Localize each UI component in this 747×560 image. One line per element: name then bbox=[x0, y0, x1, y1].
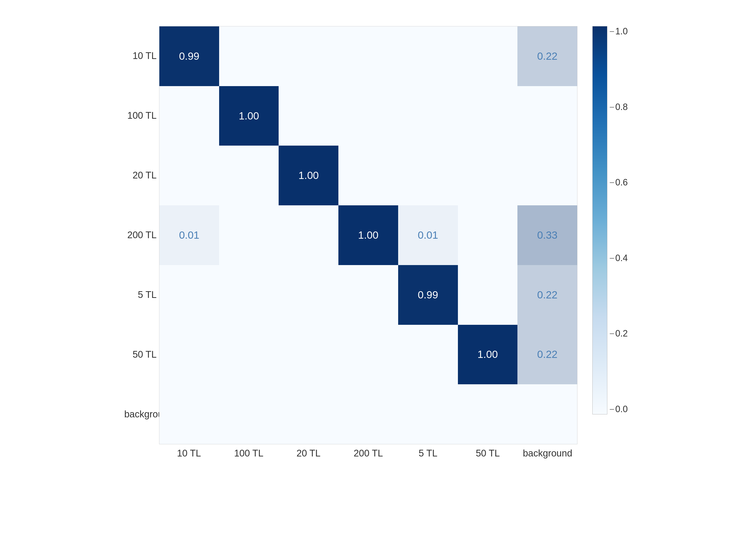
colorbar-wrapper: 1.00.80.60.40.20.0 bbox=[592, 26, 628, 415]
matrix-cell bbox=[159, 384, 219, 444]
matrix-cell bbox=[159, 86, 219, 146]
matrix-cell bbox=[279, 265, 338, 325]
matrix-cell bbox=[338, 145, 398, 205]
matrix-cell bbox=[458, 86, 518, 146]
matrix-cell bbox=[279, 86, 338, 146]
colorbar-tick-label: 0.4 bbox=[610, 253, 628, 263]
x-label: 10 TL bbox=[159, 448, 219, 459]
matrix-cell bbox=[398, 86, 458, 146]
colorbar-tick-label: 0.0 bbox=[610, 404, 628, 415]
y-label: 5 TL bbox=[124, 290, 157, 300]
matrix-cell: 0.22 bbox=[517, 325, 577, 384]
matrix-cell bbox=[279, 325, 338, 384]
matrix-cell bbox=[159, 145, 219, 205]
x-labels: 10 TL100 TL20 TL200 TL5 TL50 TLbackgroun… bbox=[159, 448, 577, 459]
matrix-cell bbox=[398, 26, 458, 86]
matrix-cell: 0.99 bbox=[159, 26, 219, 86]
x-label: 50 TL bbox=[458, 448, 518, 459]
matrix-cell: 1.00 bbox=[458, 325, 518, 384]
matrix-cell bbox=[219, 265, 279, 325]
matrix-cell: 0.22 bbox=[517, 26, 577, 86]
matrix-cell bbox=[517, 145, 577, 205]
matrix-cell: 0.01 bbox=[398, 205, 458, 265]
colorbar-labels: 1.00.80.60.40.20.0 bbox=[610, 26, 628, 415]
matrix-cell bbox=[219, 26, 279, 86]
matrix-cell: 0.01 bbox=[159, 205, 219, 265]
matrix-cell: 0.33 bbox=[517, 205, 577, 265]
chart-container: 10 TL100 TL20 TL200 TL5 TL50 TLbackgroun… bbox=[25, 19, 722, 541]
matrix-cell bbox=[338, 384, 398, 444]
matrix-cell: 1.00 bbox=[338, 205, 398, 265]
y-label: 50 TL bbox=[124, 349, 157, 360]
matrix-cell bbox=[398, 384, 458, 444]
y-label: 200 TL bbox=[124, 230, 157, 240]
y-labels: 10 TL100 TL20 TL200 TL5 TL50 TLbackgroun… bbox=[124, 26, 159, 444]
matrix-cell bbox=[517, 86, 577, 146]
matrix-cell bbox=[279, 384, 338, 444]
colorbar-section: 1.00.80.60.40.20.0 bbox=[592, 26, 628, 444]
matrix-cell: 0.22 bbox=[517, 265, 577, 325]
matrix-cell bbox=[338, 265, 398, 325]
colorbar-tick-label: 0.2 bbox=[610, 328, 628, 339]
matrix-cell bbox=[338, 26, 398, 86]
matrix-cell bbox=[458, 265, 518, 325]
matrix-grid: 0.990.221.001.000.011.000.010.330.990.22… bbox=[159, 26, 577, 444]
matrix-cell: 1.00 bbox=[219, 86, 279, 146]
matrix-with-ylabels: 10 TL100 TL20 TL200 TL5 TL50 TLbackgroun… bbox=[124, 26, 577, 444]
matrix-cell bbox=[279, 26, 338, 86]
y-label: 100 TL bbox=[124, 110, 157, 121]
x-label: 5 TL bbox=[398, 448, 458, 459]
matrix-cell bbox=[458, 384, 518, 444]
matrix-cell: 1.00 bbox=[279, 145, 338, 205]
matrix-cell bbox=[219, 145, 279, 205]
matrix-cell bbox=[398, 145, 458, 205]
x-label: 20 TL bbox=[279, 448, 338, 459]
colorbar bbox=[592, 26, 607, 415]
matrix-cell: 0.99 bbox=[398, 265, 458, 325]
colorbar-tick-label: 1.0 bbox=[610, 26, 628, 36]
y-label: background bbox=[124, 409, 157, 420]
colorbar-tick-label: 0.6 bbox=[610, 177, 628, 188]
matrix-cell bbox=[219, 325, 279, 384]
matrix-cell bbox=[159, 265, 219, 325]
matrix-cell bbox=[338, 325, 398, 384]
matrix-section: 10 TL100 TL20 TL200 TL5 TL50 TLbackgroun… bbox=[124, 26, 577, 459]
chart-area: 10 TL100 TL20 TL200 TL5 TL50 TLbackgroun… bbox=[25, 26, 722, 459]
matrix-cell bbox=[219, 205, 279, 265]
matrix-cell bbox=[458, 145, 518, 205]
y-label: 10 TL bbox=[124, 51, 157, 61]
y-label: 20 TL bbox=[124, 170, 157, 181]
x-label: background bbox=[518, 448, 577, 459]
x-label: 100 TL bbox=[219, 448, 279, 459]
matrix-cell bbox=[458, 26, 518, 86]
matrix-cell bbox=[279, 205, 338, 265]
x-label: 200 TL bbox=[338, 448, 398, 459]
matrix-cell bbox=[338, 86, 398, 146]
matrix-cell bbox=[159, 325, 219, 384]
colorbar-tick-label: 0.8 bbox=[610, 102, 628, 112]
matrix-cell bbox=[517, 384, 577, 444]
matrix-cell bbox=[398, 325, 458, 384]
matrix-cell bbox=[458, 205, 518, 265]
matrix-cell bbox=[219, 384, 279, 444]
